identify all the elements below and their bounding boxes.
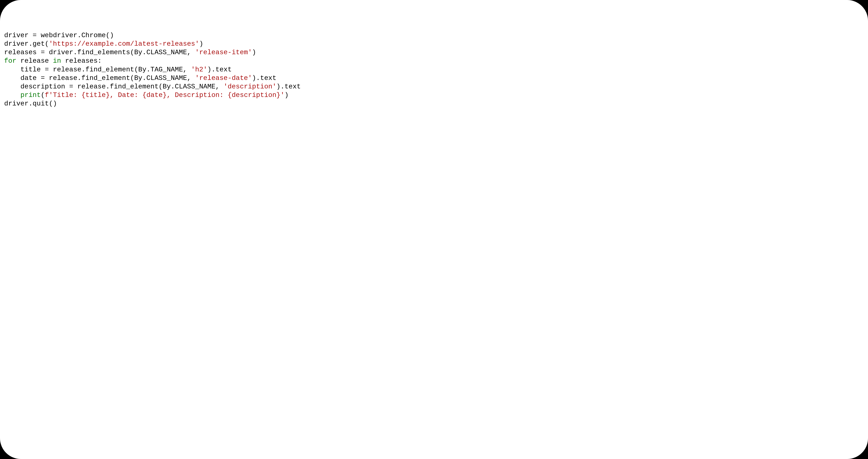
code-token: = [45, 66, 49, 74]
code-token: 'description' [224, 83, 276, 90]
code-token: driver.get( [4, 40, 49, 48]
code-token: ).text [252, 74, 276, 82]
code-token: in [53, 57, 61, 65]
code-token: ( [41, 91, 45, 99]
code-token: ).text [207, 66, 231, 74]
code-token: releases [4, 49, 41, 56]
code-token: ) [199, 40, 203, 48]
code-token: = [69, 83, 73, 90]
code-token: driver.find_elements(By.CLASS_NAME, [45, 49, 195, 56]
code-token: f'Title: [45, 91, 82, 99]
code-block: driver = webdriver.Chrome() driver.get('… [4, 31, 868, 108]
code-token: ) [252, 49, 256, 56]
indent [4, 83, 21, 90]
code-token: date [21, 74, 41, 82]
code-token: print [21, 91, 41, 99]
code-token: webdriver.Chrome() [37, 32, 114, 39]
code-token: {title} [82, 91, 110, 99]
code-token: description [21, 83, 69, 90]
code-token: 'release-item' [195, 49, 252, 56]
code-token: releases: [61, 57, 102, 65]
code-line: driver = webdriver.Chrome() [4, 32, 114, 39]
code-line: releases = driver.find_elements(By.CLASS… [4, 49, 256, 56]
code-token: 'https://example.com/latest-releases' [49, 40, 199, 48]
code-token: = [41, 74, 45, 82]
code-line: description = release.find_element(By.CL… [4, 83, 301, 90]
code-line: print(f'Title: {title}, Date: {date}, De… [4, 91, 288, 99]
code-token: {description} [227, 91, 280, 99]
code-token: ).text [276, 83, 301, 90]
code-token: for [4, 57, 16, 65]
code-token: ) [284, 91, 288, 99]
code-token: release.find_element(By.CLASS_NAME, [45, 74, 195, 82]
code-token: = [33, 32, 37, 39]
code-line: date = release.find_element(By.CLASS_NAM… [4, 74, 276, 82]
code-token: 'release-date' [195, 74, 252, 82]
code-token: , Description: [167, 91, 227, 99]
code-token: release.find_element(By.TAG_NAME, [49, 66, 191, 74]
code-line: title = release.find_element(By.TAG_NAME… [4, 66, 232, 74]
indent [4, 91, 21, 99]
code-line: driver.quit() [4, 100, 57, 108]
code-token: release.find_element(By.CLASS_NAME, [73, 83, 224, 90]
code-card: driver = webdriver.Chrome() driver.get('… [0, 0, 868, 459]
code-token: release [16, 57, 53, 65]
code-line: driver.get('https://example.com/latest-r… [4, 40, 203, 48]
code-line: for release in releases: [4, 57, 102, 65]
code-token: = [41, 49, 45, 56]
code-token: driver.quit() [4, 100, 57, 108]
code-token: title [21, 66, 45, 74]
code-token: {date} [142, 91, 167, 99]
code-token: , Date: [110, 91, 142, 99]
code-token: 'h2' [191, 66, 208, 74]
code-token: driver [4, 32, 33, 39]
code-token: ' [281, 91, 284, 99]
indent [4, 74, 21, 82]
indent [4, 66, 21, 74]
